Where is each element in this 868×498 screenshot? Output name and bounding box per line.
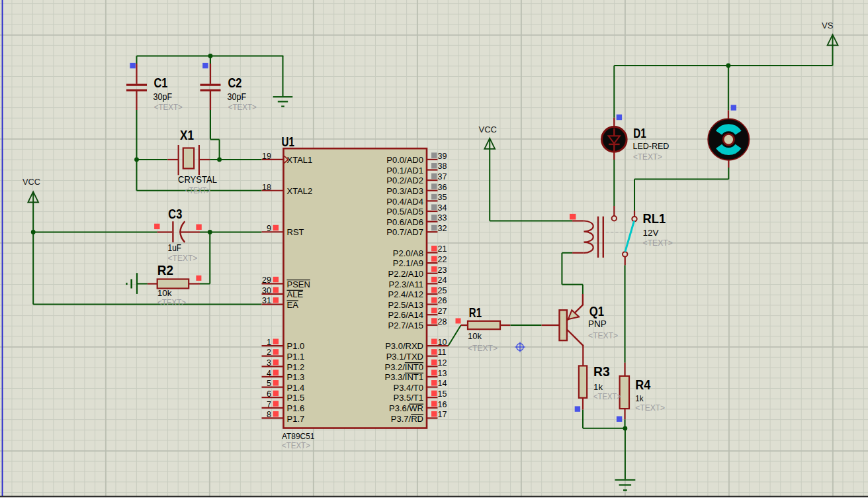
svg-text:1k: 1k [593, 382, 603, 392]
svg-text:AT89C51: AT89C51 [282, 431, 315, 441]
svg-text:13: 13 [438, 369, 447, 378]
svg-text:37: 37 [438, 172, 447, 181]
svg-text:22: 22 [438, 255, 447, 264]
svg-text:P1.5: P1.5 [287, 393, 305, 403]
svg-text:10: 10 [438, 338, 447, 347]
svg-text:RL1: RL1 [643, 211, 666, 226]
svg-text:18: 18 [262, 183, 271, 192]
svg-text:P2.1/A9: P2.1/A9 [393, 258, 423, 268]
svg-text:R2: R2 [157, 263, 173, 277]
svg-text:8: 8 [267, 410, 271, 419]
svg-text:1uF: 1uF [168, 242, 182, 253]
svg-text:P0.3/AD3: P0.3/AD3 [386, 186, 423, 196]
svg-text:C1: C1 [153, 75, 167, 90]
svg-text:C2: C2 [228, 75, 242, 90]
svg-text:P0.4/AD4: P0.4/AD4 [386, 197, 423, 207]
svg-text:P0.5/AD5: P0.5/AD5 [386, 207, 423, 217]
svg-text:XTAL1: XTAL1 [287, 155, 313, 165]
svg-text:21: 21 [438, 244, 447, 254]
svg-text:EA: EA [287, 300, 299, 310]
svg-text:P3.2/INT0: P3.2/INT0 [384, 362, 423, 372]
svg-text:32: 32 [438, 224, 447, 233]
svg-text:<TEXT>: <TEXT> [157, 297, 186, 307]
svg-text:34: 34 [438, 203, 447, 213]
svg-text:P3.7/RD: P3.7/RD [391, 414, 423, 424]
svg-text:P0.2/AD2: P0.2/AD2 [386, 175, 423, 185]
svg-text:19: 19 [262, 152, 271, 161]
svg-text:P2.4/A12: P2.4/A12 [388, 289, 424, 299]
svg-text:<TEXT>: <TEXT> [185, 185, 210, 195]
svg-text:30pF: 30pF [153, 91, 173, 102]
svg-text:P3.6/WR: P3.6/WR [389, 403, 423, 413]
svg-text:<TEXT>: <TEXT> [588, 330, 618, 340]
svg-text:CRYSTAL: CRYSTAL [178, 174, 217, 185]
svg-text:VCC: VCC [479, 124, 498, 134]
svg-text:P0.6/AD6: P0.6/AD6 [386, 217, 423, 227]
svg-text:LED-RED: LED-RED [633, 141, 670, 151]
svg-text:30: 30 [262, 286, 271, 295]
svg-text:P0.1/AD1: P0.1/AD1 [386, 166, 423, 175]
svg-text:<TEXT>: <TEXT> [168, 253, 198, 263]
svg-text:10k: 10k [468, 331, 482, 341]
svg-text:P2.2/A10: P2.2/A10 [388, 269, 424, 279]
svg-text:25: 25 [438, 286, 447, 295]
svg-text:9: 9 [267, 224, 271, 233]
svg-text:P2.7/A15: P2.7/A15 [388, 321, 424, 330]
svg-text:35: 35 [438, 193, 447, 202]
svg-text:VS: VS [822, 21, 834, 30]
svg-text:<TEXT>: <TEXT> [633, 152, 662, 162]
svg-text:11: 11 [438, 348, 447, 357]
svg-text:10k: 10k [157, 288, 172, 298]
svg-text:P0.0/AD0: P0.0/AD0 [386, 155, 423, 165]
svg-text:6: 6 [267, 389, 271, 399]
svg-text:12V: 12V [643, 228, 659, 238]
svg-text:<TEXT>: <TEXT> [154, 102, 183, 112]
svg-text:Q1: Q1 [589, 304, 604, 319]
svg-text:<TEXT>: <TEXT> [643, 238, 673, 248]
svg-text:RST: RST [287, 227, 304, 237]
svg-text:PSEN: PSEN [287, 279, 310, 289]
svg-text:4: 4 [267, 369, 271, 378]
svg-text:39: 39 [438, 152, 447, 161]
svg-text:P2.5/A13: P2.5/A13 [388, 300, 424, 310]
svg-text:PNP: PNP [588, 319, 607, 329]
svg-text:U1: U1 [282, 134, 295, 149]
svg-text:16: 16 [438, 400, 447, 409]
svg-text:D1: D1 [633, 126, 646, 140]
svg-text:P2.3/A11: P2.3/A11 [388, 279, 423, 289]
svg-text:P1.6: P1.6 [287, 403, 305, 413]
svg-text:R1: R1 [469, 305, 482, 320]
svg-text:P1.1: P1.1 [287, 352, 305, 362]
svg-text:P1.3: P1.3 [287, 372, 305, 382]
svg-text:P3.3/INT1: P3.3/INT1 [384, 372, 423, 382]
svg-text:P2.6/A14: P2.6/A14 [388, 310, 424, 320]
svg-text:26: 26 [438, 296, 447, 305]
svg-text:P1.2: P1.2 [287, 362, 305, 372]
svg-text:23: 23 [438, 266, 447, 275]
svg-text:27: 27 [438, 307, 447, 316]
svg-text:R3: R3 [593, 364, 610, 379]
svg-text:<TEXT>: <TEXT> [228, 102, 257, 112]
svg-text:29: 29 [262, 275, 271, 285]
svg-text:1: 1 [267, 338, 271, 347]
svg-text:R4: R4 [635, 377, 650, 392]
svg-text:33: 33 [438, 213, 447, 223]
svg-text:P1.7: P1.7 [287, 414, 305, 424]
svg-text:17: 17 [438, 410, 447, 419]
svg-text:P1.0: P1.0 [287, 341, 305, 351]
svg-text:14: 14 [438, 379, 447, 388]
svg-text:P3.0/RXD: P3.0/RXD [385, 341, 423, 351]
svg-text:VCC: VCC [22, 177, 40, 187]
svg-text:5: 5 [267, 379, 271, 388]
svg-text:3: 3 [267, 358, 271, 368]
svg-text:15: 15 [438, 389, 447, 399]
svg-text:P2.0/A8: P2.0/A8 [393, 248, 423, 258]
svg-text:C3: C3 [168, 207, 182, 221]
svg-text:X1: X1 [180, 128, 194, 142]
svg-text:2: 2 [267, 348, 271, 357]
svg-text:28: 28 [438, 317, 447, 326]
svg-text:1k: 1k [635, 393, 644, 403]
svg-text:31: 31 [262, 296, 271, 305]
svg-text:P3.4/T0: P3.4/T0 [393, 383, 423, 393]
svg-text:<TEXT>: <TEXT> [468, 343, 498, 353]
